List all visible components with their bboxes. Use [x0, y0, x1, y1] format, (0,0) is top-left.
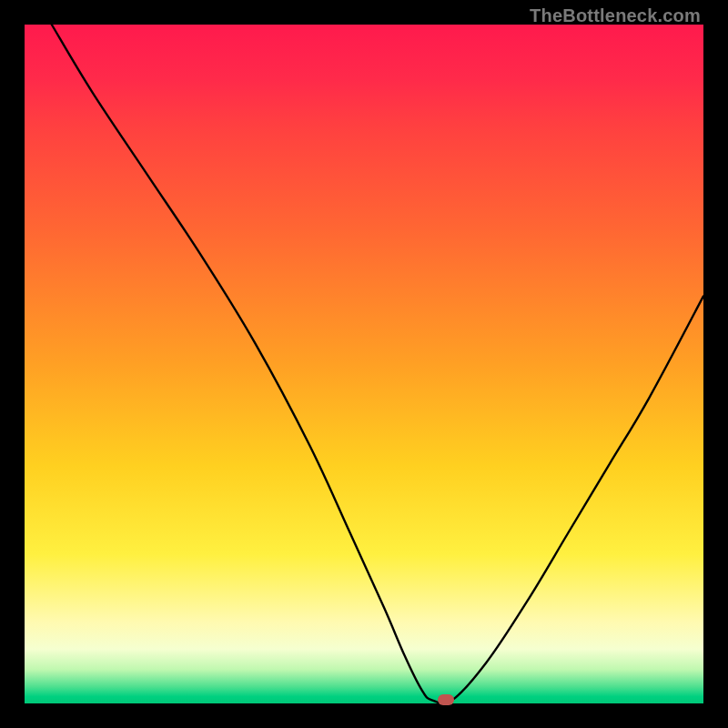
optimum-marker: [438, 694, 454, 705]
chart-frame: TheBottleneck.com: [0, 0, 728, 728]
watermark-text: TheBottleneck.com: [530, 5, 701, 26]
plot-area: [25, 25, 703, 703]
curve-layer: [25, 25, 703, 703]
bottleneck-curve: [52, 25, 703, 703]
